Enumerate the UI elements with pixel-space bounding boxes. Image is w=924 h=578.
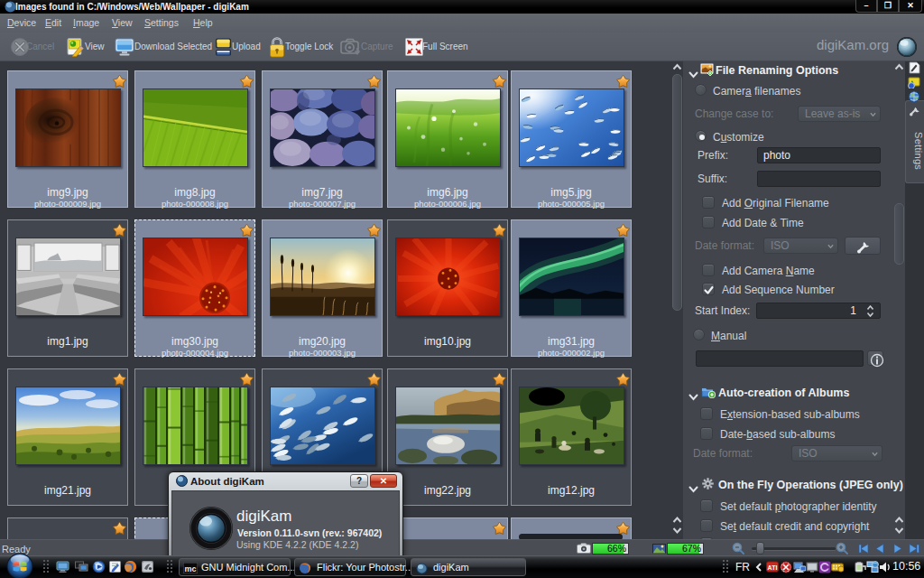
svg-text:ATI: ATI [768, 564, 778, 571]
svg-text:mc: mc [184, 564, 196, 573]
